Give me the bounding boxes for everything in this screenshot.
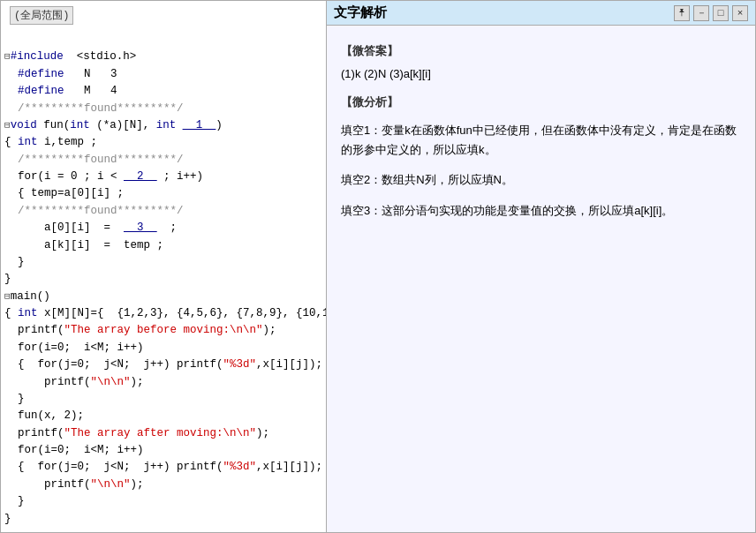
assign-1: a[0][i] = __3__ ;: [4, 221, 177, 234]
restore-button[interactable]: □: [713, 5, 729, 21]
micro-answer-header: 【微答案】: [341, 41, 741, 61]
for-body-open: { temp=a[0][i] ;: [4, 187, 124, 199]
printf-after: printf("The array after moving:\n\n");: [4, 427, 269, 439]
analysis-fills: 填空1：变量k在函数体fun中已经使用，但在函数体中没有定义，肯定是在函数的形参…: [341, 121, 741, 220]
found-3: /*********found*********/: [4, 205, 184, 217]
main-open: { int x[M][N]={ {1,2,3}, {4,5,6}, {7,8,9…: [4, 307, 327, 319]
micro-analysis-header: 【微分析】: [341, 93, 741, 112]
for-j-2: { for(j=0; j<N; j++) printf("%3d",x[i][j…: [4, 461, 322, 473]
printf-nl-1: printf("\n\n");: [4, 376, 144, 388]
fun-open: { int i,temp ;: [4, 136, 97, 148]
define-n-line: #define N 3: [4, 68, 117, 80]
micro-answer-content: (1)k (2)N (3)a[k][i]: [341, 64, 741, 84]
minimize-button[interactable]: －: [693, 5, 709, 21]
fun-close: }: [4, 273, 11, 285]
fill-label-2: 填空2：: [341, 173, 382, 186]
for-close-1: }: [4, 393, 25, 405]
fun-call: fun(x, 2);: [4, 409, 84, 422]
pin-button[interactable]: 🖈: [674, 5, 690, 21]
fun-decl-line: ⊟void fun(int (*a)[N], int __1__): [4, 119, 223, 131]
include-line: ⊟#include <stdio.h>: [4, 50, 136, 63]
for-j: { for(j=0; j<N; j++) printf("%3d",x[i][j…: [4, 358, 322, 371]
fill-text-3: 这部分语句实现的功能是变量值的交换，所以应填a[k][i]。: [382, 204, 673, 217]
found-1: /*********found*********/: [4, 102, 184, 115]
fill-item-3: 填空3：这部分语句实现的功能是变量值的交换，所以应填a[k][i]。: [341, 201, 741, 221]
found-2: /*********found*********/: [4, 154, 184, 166]
code-panel: (全局范围) ⊟#include <stdio.h> #define N 3 #…: [0, 0, 327, 533]
analysis-body: 【微答案】 (1)k (2)N (3)a[k][i] 【微分析】 填空1：变量k…: [327, 26, 755, 242]
analysis-panel: 文字解析 🖈 － □ × 【微答案】 (1)k (2)N (3)a[k][i] …: [327, 0, 756, 533]
fill-text-1: 变量k在函数体fun中已经使用，但在函数体中没有定义，肯定是在函数的形参中定义的…: [341, 124, 737, 156]
for-i-2: for(i=0; i<M; i++): [4, 444, 144, 456]
printf-before: printf("The array before moving:\n\n");: [4, 324, 276, 336]
close-button[interactable]: ×: [732, 5, 748, 21]
for-i: for(i=0; i<M; i++): [4, 342, 144, 354]
for-close-2: }: [4, 495, 25, 507]
fill-label-1: 填空1：: [341, 124, 382, 137]
inner-close: }: [4, 256, 25, 268]
code-content: ⊟#include <stdio.h> #define N 3 #define …: [1, 30, 326, 533]
fill-item-1: 填空1：变量k在函数体fun中已经使用，但在函数体中没有定义，肯定是在函数的形参…: [341, 121, 741, 160]
define-m-line: #define M 4: [4, 85, 117, 97]
assign-2: a[k][i] = temp ;: [4, 239, 163, 251]
fill-label-3: 填空3：: [341, 204, 382, 217]
scope-bar: (全局范围): [10, 6, 73, 25]
main-close: }: [4, 513, 11, 525]
analysis-titlebar: 文字解析 🖈 － □ ×: [327, 1, 755, 26]
printf-nl-2: printf("\n\n");: [4, 478, 144, 491]
fill-item-2: 填空2：数组共N列，所以应填N。: [341, 170, 741, 190]
main-decl: ⊟main(): [4, 290, 50, 303]
fill-text-2: 数组共N列，所以应填N。: [382, 173, 513, 186]
analysis-title: 文字解析: [334, 4, 387, 21]
for-loop-1: for(i = 0 ; i < __2__ ; i++): [4, 170, 203, 183]
titlebar-buttons: 🖈 － □ ×: [674, 5, 748, 21]
